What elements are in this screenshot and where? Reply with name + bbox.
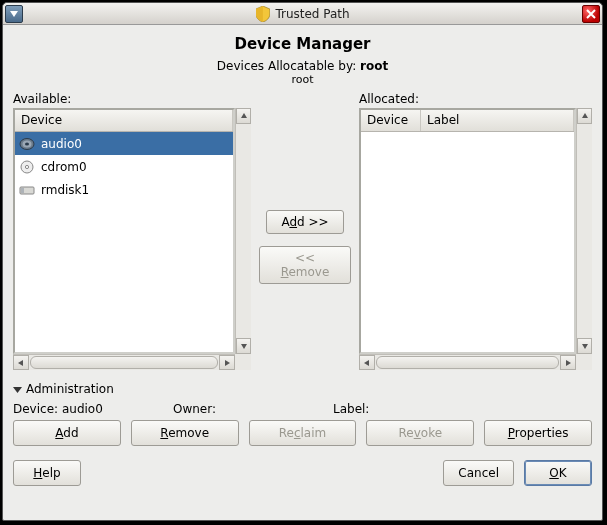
window-title: Trusted Path [275,7,349,21]
allocated-header-device[interactable]: Device [361,110,421,131]
available-hscrollbar[interactable] [13,354,235,370]
cd-icon [19,160,35,174]
add-button[interactable]: Add >> [266,210,344,234]
hscroll-thumb[interactable] [30,356,218,369]
allocatable-sub: root [13,73,592,86]
list-item[interactable]: cdrom0 [15,155,233,178]
hscroll-thumb[interactable] [376,356,559,369]
admin-reclaim-button[interactable]: Reclaim [249,420,357,446]
admin-label-field: Label: [333,402,453,416]
shield-icon [255,6,269,22]
allocated-label: Allocated: [359,92,592,106]
svg-marker-8 [241,113,247,118]
allocated-header-label[interactable]: Label [421,110,574,131]
remove-button[interactable]: << Remove [259,246,351,284]
device-manager-window: Trusted Path Device Manager Devices Allo… [2,2,603,521]
svg-marker-10 [18,360,23,366]
content: Device Manager Devices Allocatable by: r… [3,25,602,520]
titlebar: Trusted Path [3,3,602,25]
administration-section: Administration Device: audio0 Owner: Lab… [13,382,592,446]
window-menu-button[interactable] [5,5,23,23]
admin-owner-field: Owner: [173,402,293,416]
ok-button[interactable]: OK [524,460,592,486]
admin-add-button[interactable]: Add [13,420,121,446]
list-item[interactable]: rmdisk1 [15,178,233,201]
chevron-down-icon [10,11,18,17]
list-item[interactable]: audio0 [15,132,233,155]
available-label: Available: [13,92,251,106]
admin-remove-button[interactable]: Remove [131,420,239,446]
help-button[interactable]: Help [13,460,81,486]
allocated-list[interactable]: Device Label [359,108,576,354]
available-list[interactable]: Device audio0 [13,108,235,354]
svg-marker-12 [582,113,588,118]
scroll-up-button[interactable] [577,108,592,124]
available-header-device[interactable]: Device [15,110,233,131]
svg-point-5 [25,165,28,168]
disk-icon [19,183,35,197]
scroll-left-button[interactable] [13,355,29,370]
svg-marker-9 [241,344,247,349]
svg-marker-15 [566,360,571,366]
close-button[interactable] [582,5,600,23]
svg-marker-11 [225,360,230,366]
scroll-down-button[interactable] [236,338,251,354]
dialog-footer: Help Cancel OK [13,460,592,486]
chevron-down-icon [13,385,22,394]
close-icon [586,9,596,19]
scroll-left-button[interactable] [359,355,375,370]
audio-icon [19,137,35,151]
admin-device-field: Device: audio0 [13,402,133,416]
available-vscrollbar[interactable] [235,108,251,354]
scroll-right-button[interactable] [219,355,235,370]
svg-marker-0 [10,11,18,17]
scroll-up-button[interactable] [236,108,251,124]
admin-properties-button[interactable]: Properties [484,420,592,446]
allocatable-line: Devices Allocatable by: root [13,59,592,73]
allocated-hscrollbar[interactable] [359,354,576,370]
administration-toggle[interactable]: Administration [13,382,592,396]
scroll-right-button[interactable] [560,355,576,370]
page-title: Device Manager [13,35,592,53]
admin-revoke-button[interactable]: Revoke [366,420,474,446]
svg-point-3 [25,142,29,145]
svg-marker-13 [582,344,588,349]
svg-marker-14 [364,360,369,366]
svg-marker-16 [13,387,22,393]
scroll-down-button[interactable] [577,338,592,354]
allocated-vscrollbar[interactable] [576,108,592,354]
svg-rect-7 [21,188,24,193]
cancel-button[interactable]: Cancel [443,460,514,486]
